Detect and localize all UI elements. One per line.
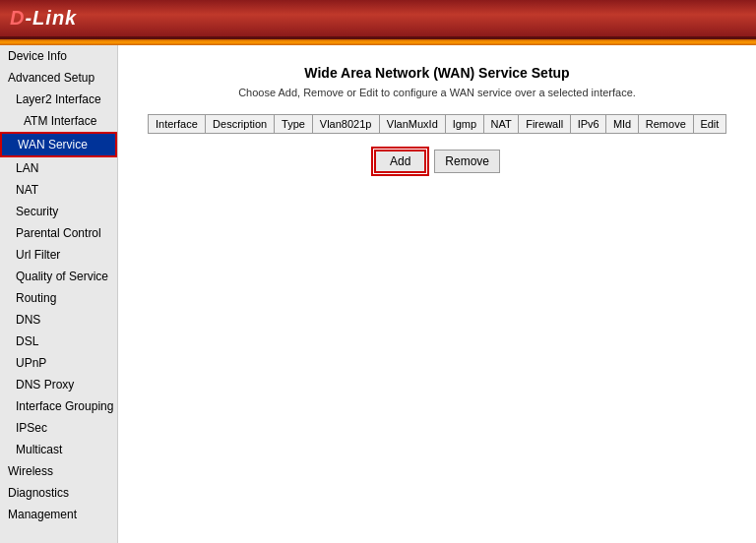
- col-header-remove: Remove: [638, 115, 693, 134]
- col-header-vlan8021p: Vlan8021p: [312, 115, 379, 134]
- sidebar-item-url-filter[interactable]: Url Filter: [0, 244, 117, 266]
- logo: D-Link: [10, 7, 77, 30]
- col-header-interface: Interface: [149, 115, 206, 134]
- col-header-edit: Edit: [693, 115, 725, 134]
- sidebar-item-nat[interactable]: NAT: [0, 179, 117, 201]
- main-layout: Device InfoAdvanced SetupLayer2 Interfac…: [0, 45, 756, 543]
- col-header-mid: MId: [606, 115, 638, 134]
- sidebar-item-dns-proxy[interactable]: DNS Proxy: [0, 374, 117, 395]
- sidebar-item-wireless[interactable]: Wireless: [0, 460, 117, 482]
- table-header-row: InterfaceDescriptionTypeVlan8021pVlanMux…: [149, 115, 726, 134]
- sidebar-item-security[interactable]: Security: [0, 201, 117, 222]
- col-header-description: Description: [205, 115, 275, 134]
- col-header-igmp: Igmp: [445, 115, 483, 134]
- sidebar-item-upnp[interactable]: UPnP: [0, 352, 117, 374]
- sidebar: Device InfoAdvanced SetupLayer2 Interfac…: [0, 45, 118, 543]
- col-header-vlanmuxid: VlanMuxId: [379, 115, 445, 134]
- col-header-nat: NAT: [483, 115, 518, 134]
- sidebar-item-dns[interactable]: DNS: [0, 309, 117, 331]
- sidebar-item-wan-service[interactable]: WAN Service: [0, 132, 117, 157]
- col-header-type: Type: [275, 115, 312, 134]
- col-header-firewall: Firewall: [519, 115, 571, 134]
- page-title: Wide Area Network (WAN) Service Setup: [148, 65, 726, 81]
- button-row: Add Remove: [148, 150, 726, 173]
- content-area: Wide Area Network (WAN) Service Setup Ch…: [118, 45, 756, 543]
- sidebar-item-device-info[interactable]: Device Info: [0, 45, 117, 67]
- sidebar-item-lan[interactable]: LAN: [0, 157, 117, 179]
- sidebar-item-multicast[interactable]: Multicast: [0, 439, 117, 460]
- sidebar-item-dsl[interactable]: DSL: [0, 331, 117, 352]
- sidebar-item-interface-grouping[interactable]: Interface Grouping: [0, 395, 117, 417]
- sidebar-item-ipsec[interactable]: IPSec: [0, 417, 117, 439]
- wan-table: InterfaceDescriptionTypeVlan8021pVlanMux…: [148, 114, 726, 134]
- col-header-ipv6: IPv6: [571, 115, 606, 134]
- sidebar-item-atm-interface[interactable]: ATM Interface: [0, 110, 117, 132]
- sidebar-item-routing[interactable]: Routing: [0, 287, 117, 309]
- page-subtitle: Choose Add, Remove or Edit to configure …: [148, 87, 726, 98]
- sidebar-item-parental-control[interactable]: Parental Control: [0, 222, 117, 244]
- sidebar-item-diagnostics[interactable]: Diagnostics: [0, 482, 117, 504]
- add-button[interactable]: Add: [374, 150, 426, 173]
- sidebar-item-management[interactable]: Management: [0, 504, 117, 525]
- remove-button[interactable]: Remove: [434, 150, 500, 173]
- sidebar-item-advanced-setup[interactable]: Advanced Setup: [0, 67, 117, 89]
- sidebar-item-qos[interactable]: Quality of Service: [0, 266, 117, 287]
- header: D-Link: [0, 0, 756, 39]
- sidebar-item-layer2-interface[interactable]: Layer2 Interface: [0, 89, 117, 110]
